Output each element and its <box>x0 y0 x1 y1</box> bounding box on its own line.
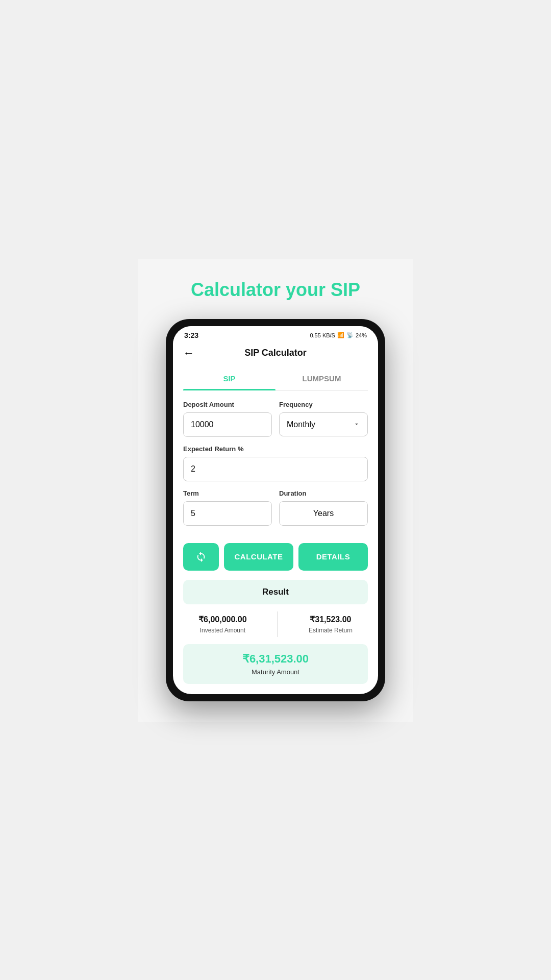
term-label: Term <box>183 489 272 497</box>
page-wrapper: Calculator your SIP 3:23 0.55 KB/S 📶 📡 2… <box>138 259 413 722</box>
result-divider <box>278 611 278 637</box>
term-input[interactable] <box>183 501 272 526</box>
result-amounts: ₹6,00,000.00 Invested Amount ₹31,523.00 … <box>183 611 368 637</box>
form-group-frequency: Frequency Monthly Quarterly Yearly <box>279 401 368 437</box>
duration-label: Duration <box>279 489 368 497</box>
deposit-label: Deposit Amount <box>183 401 272 408</box>
tab-lumpsum[interactable]: LUMPSUM <box>276 367 368 390</box>
return-input[interactable] <box>183 457 368 481</box>
calculate-button[interactable]: CALCULATE <box>224 543 293 571</box>
estimate-return-value: ₹31,523.00 <box>310 615 351 624</box>
deposit-input[interactable] <box>183 412 272 437</box>
screen-title: SIP Calculator <box>244 348 307 358</box>
maturity-amount-label: Maturity Amount <box>191 668 360 676</box>
maturity-amount-value: ₹6,31,523.00 <box>191 652 360 666</box>
status-bar: 3:23 0.55 KB/S 📶 📡 24% <box>173 326 378 341</box>
return-label: Expected Return % <box>183 445 368 453</box>
result-header: Result <box>183 580 368 604</box>
invested-amount-value: ₹6,00,000.00 <box>198 615 247 624</box>
signal-icon: 📡 <box>346 332 354 338</box>
top-bar: ← SIP Calculator <box>173 341 378 367</box>
invested-amount-label: Invested Amount <box>200 627 245 634</box>
form-group-return: Expected Return % <box>183 445 368 481</box>
phone-shell: 3:23 0.55 KB/S 📶 📡 24% ← SIP Calculator … <box>166 319 385 701</box>
form-content: Deposit Amount Frequency Monthly Quarter… <box>173 390 378 534</box>
estimate-return-item: ₹31,523.00 Estimate Return <box>309 615 353 634</box>
tab-bar: SIP LUMPSUM <box>183 367 368 390</box>
invested-amount-item: ₹6,00,000.00 Invested Amount <box>198 615 247 634</box>
form-row-return: Expected Return % <box>183 445 368 481</box>
phone-screen: 3:23 0.55 KB/S 📶 📡 24% ← SIP Calculator … <box>173 326 378 694</box>
form-row-term: Term Duration Years <box>183 489 368 526</box>
duration-display: Years <box>279 501 368 526</box>
form-group-duration: Duration Years <box>279 489 368 526</box>
estimate-return-label: Estimate Return <box>309 627 353 634</box>
frequency-label: Frequency <box>279 401 368 408</box>
maturity-section: ₹6,31,523.00 Maturity Amount <box>183 644 368 684</box>
tab-sip[interactable]: SIP <box>183 367 276 390</box>
reset-button[interactable] <box>183 543 219 571</box>
form-group-term: Term <box>183 489 272 526</box>
data-speed: 0.55 KB/S <box>310 332 335 338</box>
wifi-icon: 📶 <box>337 332 344 338</box>
battery-icon: 24% <box>356 332 367 338</box>
details-button[interactable]: DETAILS <box>298 543 368 571</box>
reset-icon <box>195 551 207 562</box>
action-row: CALCULATE DETAILS <box>183 543 368 571</box>
frequency-select[interactable]: Monthly Quarterly Yearly <box>279 412 368 436</box>
form-group-deposit: Deposit Amount <box>183 401 272 437</box>
status-icons: 0.55 KB/S 📶 📡 24% <box>310 332 367 338</box>
page-title: Calculator your SIP <box>191 279 360 301</box>
status-time: 3:23 <box>184 331 198 339</box>
form-row-deposit: Deposit Amount Frequency Monthly Quarter… <box>183 401 368 437</box>
result-section: Result ₹6,00,000.00 Invested Amount ₹31,… <box>183 580 368 694</box>
back-button[interactable]: ← <box>183 347 194 360</box>
